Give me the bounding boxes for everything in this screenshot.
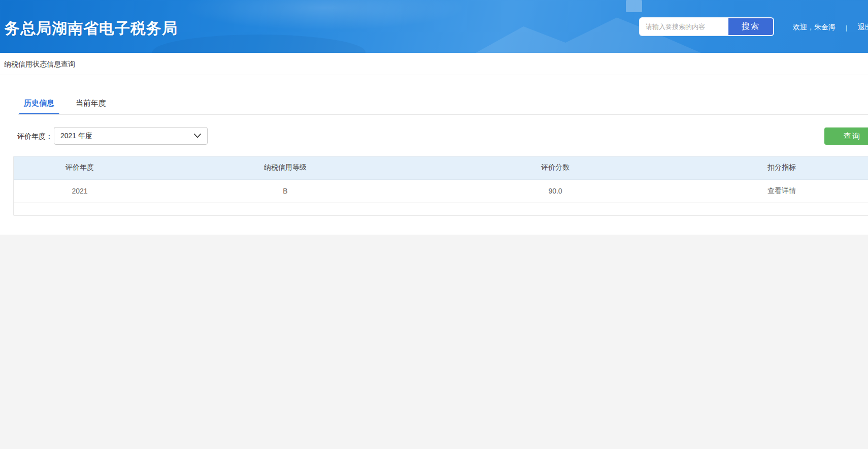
app-header: 务总局湖南省电子税务局 搜索 欢迎，朱金海 | 退出 xyxy=(0,0,868,53)
breadcrumb: 纳税信用状态信息查询 xyxy=(4,60,75,68)
cell-evaluation-score: 90.0 xyxy=(425,179,686,202)
search-input[interactable] xyxy=(640,18,728,35)
search-button[interactable]: 搜索 xyxy=(728,18,773,35)
column-header-deduction-indicator: 扣分指标 xyxy=(686,156,868,179)
tab-divider xyxy=(18,114,868,115)
search-bar: 搜索 xyxy=(639,17,774,36)
user-area: 欢迎，朱金海 | 退出 xyxy=(793,23,868,32)
welcome-text: 欢迎，朱金海 xyxy=(793,23,836,32)
user-separator: | xyxy=(846,24,847,31)
table-header-row: 评价年度 纳税信用等级 评价分数 扣分指标 xyxy=(14,156,868,179)
content-area: 历史信息 当前年度 评价年度： 2021 年度 查询 评价年度 纳税信用等级 评… xyxy=(0,75,868,235)
chevron-down-icon xyxy=(194,134,201,138)
header-background-tower-art xyxy=(626,0,642,12)
cell-evaluation-year: 2021 xyxy=(14,179,146,202)
select-value: 2021 年度 xyxy=(60,132,92,141)
tab-current-year[interactable]: 当前年度 xyxy=(76,99,106,108)
column-header-evaluation-score: 评价分数 xyxy=(425,156,686,179)
cell-credit-level: B xyxy=(146,179,425,202)
breadcrumb-bar: 纳税信用状态信息查询 xyxy=(0,53,868,75)
view-details-link[interactable]: 查看详情 xyxy=(686,179,868,202)
evaluation-year-label: 评价年度： xyxy=(17,132,53,141)
table-row: 2021 B 90.0 查看详情 xyxy=(14,179,868,202)
evaluation-year-select[interactable]: 2021 年度 xyxy=(54,127,208,145)
logout-link[interactable]: 退出 xyxy=(857,23,868,32)
results-table: 评价年度 纳税信用等级 评价分数 扣分指标 2021 B 90.0 查看详情 xyxy=(14,156,868,203)
column-header-credit-level: 纳税信用等级 xyxy=(146,156,425,179)
screen: 务总局湖南省电子税务局 搜索 欢迎，朱金海 | 退出 纳税信用状态信息查询 历史… xyxy=(0,0,868,449)
results-card: 评价年度 纳税信用等级 评价分数 扣分指标 2021 B 90.0 查看详情 xyxy=(13,156,868,216)
header-background-hill-art xyxy=(152,35,365,53)
tab-history-info[interactable]: 历史信息 xyxy=(24,99,54,108)
query-button[interactable]: 查询 xyxy=(824,127,868,145)
header-background-cloud-art xyxy=(183,0,467,30)
site-title: 务总局湖南省电子税务局 xyxy=(5,18,178,39)
column-header-evaluation-year: 评价年度 xyxy=(14,156,146,179)
